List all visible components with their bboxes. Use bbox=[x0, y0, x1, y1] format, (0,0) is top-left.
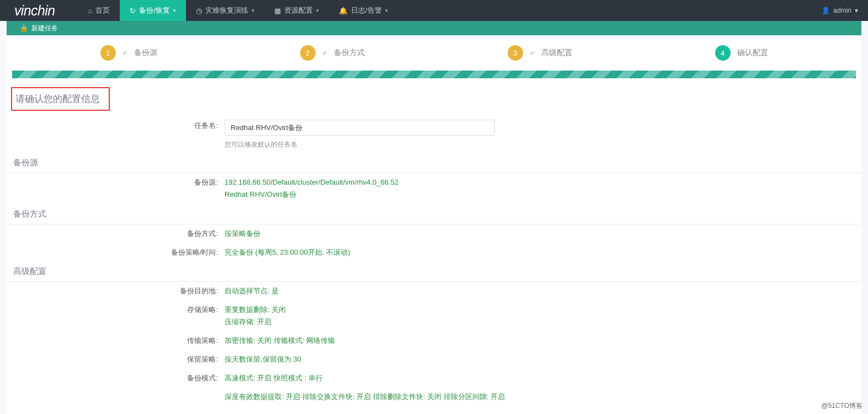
dr-icon: ◷ bbox=[196, 7, 202, 14]
nav-label: 资源配置 bbox=[284, 6, 313, 15]
bell-icon: 🔔 bbox=[339, 7, 348, 14]
step-3[interactable]: 3 ✔ 高级配置 bbox=[508, 45, 572, 61]
method-value: 按策略备份 bbox=[225, 228, 861, 240]
nav-backup-restore[interactable]: ↻ 备份/恢复 ▾ bbox=[120, 0, 186, 21]
check-icon: ✔ bbox=[322, 50, 327, 57]
section-method: 备份方式 bbox=[7, 205, 861, 224]
section-advanced: 高级配置 bbox=[7, 262, 861, 282]
chevron-down-icon: ▾ bbox=[316, 8, 319, 13]
retention-value: 按天数保留,保留值为 30 bbox=[225, 353, 861, 365]
chevron-down-icon: ▾ bbox=[855, 7, 858, 14]
nav-resource[interactable]: ▦ 资源配置 ▾ bbox=[264, 0, 329, 21]
page-title: 新建任务 bbox=[31, 24, 58, 33]
source-value: 192.168.66.50/Default/cluster/Default/vm… bbox=[225, 176, 861, 201]
watermark: @51CTO博客 bbox=[821, 401, 862, 411]
home-icon: ⌂ bbox=[88, 7, 92, 14]
brand-logo: vinchin bbox=[14, 2, 55, 19]
deep-label bbox=[7, 391, 225, 403]
chevron-down-icon: ▾ bbox=[252, 8, 254, 13]
transfer-label: 传输策略: bbox=[7, 335, 225, 347]
nav-home[interactable]: ⌂ 首页 bbox=[78, 0, 120, 21]
step-num: 1 bbox=[100, 45, 116, 61]
task-name-hint: 您可以修改默认的任务名 bbox=[225, 139, 861, 150]
step-label: 备份方式 bbox=[334, 48, 365, 58]
storage-label: 存储策略: bbox=[7, 304, 225, 328]
task-name-input[interactable] bbox=[225, 120, 495, 136]
wizard-container: 1 ✔ 备份源 2 ✔ 备份方式 3 ✔ 高级配置 4 确认配置 请确认您的配置… bbox=[7, 35, 861, 414]
grid-icon: ▦ bbox=[274, 7, 281, 14]
user-name: admin bbox=[833, 7, 851, 14]
method-label: 备份方式: bbox=[7, 228, 225, 240]
nav-label: 灾难恢复演练 bbox=[205, 6, 248, 15]
nav-label: 备份/恢复 bbox=[139, 6, 170, 15]
nav-menu: ⌂ 首页 ↻ 备份/恢复 ▾ ◷ 灾难恢复演练 ▾ ▦ 资源配置 ▾ 🔔 日志/… bbox=[78, 0, 397, 21]
top-navbar: vinchin ⌂ 首页 ↻ 备份/恢复 ▾ ◷ 灾难恢复演练 ▾ ▦ 资源配置… bbox=[0, 0, 868, 21]
check-icon: ✔ bbox=[123, 50, 127, 57]
step-4: 4 确认配置 bbox=[715, 45, 768, 61]
retention-label: 保留策略: bbox=[7, 353, 225, 365]
section-source: 备份源 bbox=[7, 153, 861, 173]
user-icon: 👤 bbox=[822, 7, 830, 14]
chevron-down-icon: ▾ bbox=[385, 8, 388, 13]
confirm-title: 请确认您的配置信息 bbox=[11, 87, 110, 111]
storage-value: 重复数据删除: 关闭 压缩存储: 开启 bbox=[225, 304, 861, 328]
step-label: 确认配置 bbox=[737, 48, 768, 58]
refresh-icon: ↻ bbox=[130, 7, 136, 14]
dest-value: 自动选择节点: 是 bbox=[225, 285, 861, 297]
step-label: 高级配置 bbox=[541, 48, 572, 58]
step-1[interactable]: 1 ✔ 备份源 bbox=[100, 45, 157, 61]
wizard-steps: 1 ✔ 备份源 2 ✔ 备份方式 3 ✔ 高级配置 4 确认配置 bbox=[7, 45, 861, 71]
mode-value: 高速模式: 开启 快照模式 : 串行 bbox=[225, 372, 861, 384]
stripe-divider bbox=[12, 71, 856, 78]
nav-log-alert[interactable]: 🔔 日志/告警 ▾ bbox=[329, 0, 398, 21]
mode-label: 备份模式: bbox=[7, 372, 225, 384]
transfer-value: 加密传输: 关闭 传输模式: 网络传输 bbox=[225, 335, 861, 347]
source-label: 备份源: bbox=[7, 176, 225, 201]
step-num: 4 bbox=[715, 45, 731, 61]
nav-dr-drill[interactable]: ◷ 灾难恢复演练 ▾ bbox=[186, 0, 264, 21]
schedule-label: 备份策略/时间: bbox=[7, 246, 225, 259]
task-name-label: 任务名: bbox=[7, 120, 225, 150]
dest-label: 备份目的地: bbox=[7, 285, 225, 297]
step-2[interactable]: 2 ✔ 备份方式 bbox=[300, 45, 365, 61]
nav-label: 日志/告警 bbox=[351, 6, 382, 15]
chevron-down-icon: ▾ bbox=[173, 8, 176, 13]
user-menu[interactable]: 👤 admin ▾ bbox=[812, 7, 868, 14]
deep-value: 深度有效数据提取: 开启 排除交换文件块: 开启 排除删除文件块: 关闭 排除分… bbox=[225, 391, 861, 403]
page-top-bar: 🔒 新建任务 bbox=[7, 21, 861, 35]
step-label: 备份源 bbox=[134, 48, 157, 58]
check-icon: ✔ bbox=[530, 50, 535, 57]
lock-icon: 🔒 bbox=[20, 24, 28, 32]
nav-label: 首页 bbox=[95, 6, 110, 15]
schedule-value: 完全备份 (每周5, 23:00:00开始, 不滚动) bbox=[225, 246, 861, 259]
step-num: 3 bbox=[508, 45, 523, 61]
step-num: 2 bbox=[300, 45, 316, 61]
